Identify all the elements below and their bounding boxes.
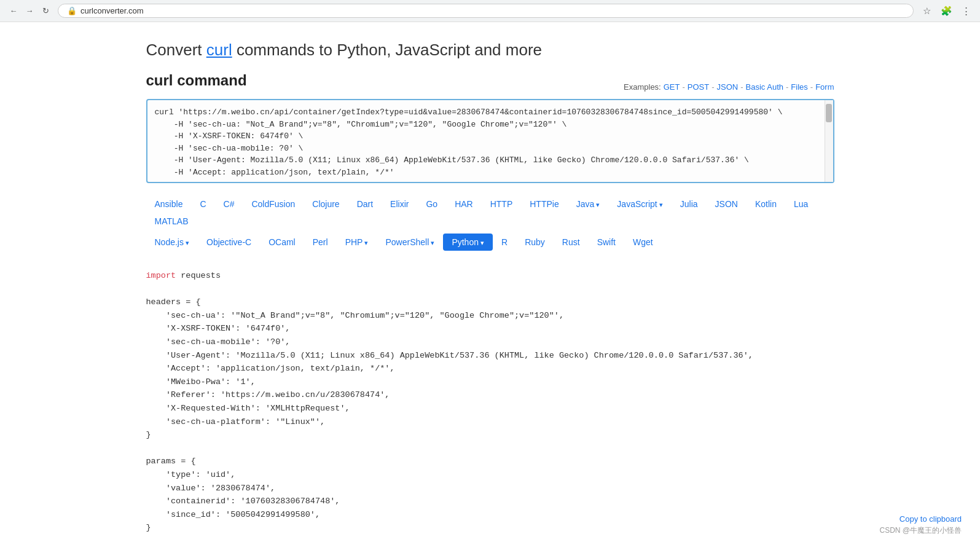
language-nav-row1: Ansible C C# ColdFusion Clojure Dart Eli… [146,195,834,230]
example-form[interactable]: Form [815,82,834,92]
copy-to-clipboard-button[interactable]: Copy to clipboard [900,514,962,524]
curl-input-container: curl 'https://m.weibo.cn/api/container/g… [146,99,834,183]
lang-rust[interactable]: Rust [554,234,589,251]
example-json[interactable]: JSON [717,82,739,92]
page-title: Convert curl commands to Python, JavaScr… [146,41,834,60]
lang-dart[interactable]: Dart [348,195,382,213]
example-basic-auth[interactable]: Basic Auth [746,82,783,92]
page-content: Convert curl commands to Python, JavaScr… [122,22,859,542]
examples-label: Examples: [624,82,661,92]
lang-ansible[interactable]: Ansible [146,195,192,213]
lang-httpie[interactable]: HTTPie [521,195,567,213]
bookmark-icon[interactable]: ☆ [920,4,933,18]
lang-powershell[interactable]: PowerShell [377,234,444,251]
lang-wget[interactable]: Wget [624,234,662,251]
lang-go[interactable]: Go [417,195,446,213]
scrollbar-thumb [826,104,832,122]
browser-chrome: ← → ↻ 🔒 curlconverter.com ☆ 🧩 ⋮ [0,0,980,22]
lang-kotlin[interactable]: Kotlin [747,195,785,213]
nav-buttons: ← → ↻ [7,5,52,17]
lang-python[interactable]: Python [443,234,493,251]
address-bar[interactable]: 🔒 curlconverter.com [58,4,914,18]
language-nav-row2: Node.js Objective-C OCaml Perl PHP Power… [146,234,834,251]
lang-clojure[interactable]: Clojure [304,195,348,213]
example-get[interactable]: GET [664,82,680,92]
code-output: import requests headers = { 'sec-ch-ua':… [146,263,834,542]
lang-http[interactable]: HTTP [482,195,522,213]
lang-matlab[interactable]: MATLAB [146,213,197,230]
lang-lua[interactable]: Lua [785,195,817,213]
lang-elixir[interactable]: Elixir [382,195,417,213]
lock-icon: 🔒 [67,6,77,15]
example-post[interactable]: POST [688,82,709,92]
back-button[interactable]: ← [7,5,20,17]
section-title: curl command [146,72,247,89]
title-prefix: Convert [146,41,206,59]
lang-ocaml[interactable]: OCaml [260,234,304,251]
scrollbar[interactable] [825,100,833,182]
lang-nodejs[interactable]: Node.js [146,234,198,251]
curl-textarea[interactable]: curl 'https://m.weibo.cn/api/container/g… [147,100,833,180]
examples-row: Examples: GET - POST - JSON - Basic Auth… [624,82,834,92]
lang-c[interactable]: C [191,195,214,213]
curl-link[interactable]: curl [206,41,232,59]
example-files[interactable]: Files [791,82,807,92]
lang-perl[interactable]: Perl [304,234,337,251]
lang-ruby[interactable]: Ruby [516,234,554,251]
lang-swift[interactable]: Swift [589,234,624,251]
lang-java[interactable]: Java [568,195,609,213]
watermark-text: CSDN @牛魔王的小怪兽 [879,525,962,536]
lang-json[interactable]: JSON [707,195,747,213]
extensions-icon[interactable]: 🧩 [939,4,953,18]
lang-objc[interactable]: Objective-C [198,234,260,251]
lang-php[interactable]: PHP [337,234,377,251]
lang-har[interactable]: HAR [446,195,482,213]
title-suffix: commands to Python, JavaScript and more [232,41,542,59]
browser-actions: ☆ 🧩 ⋮ [920,4,973,18]
forward-button[interactable]: → [23,5,36,17]
reload-button[interactable]: ↻ [39,5,52,17]
lang-julia[interactable]: Julia [672,195,707,213]
lang-r[interactable]: R [493,234,516,251]
lang-javascript[interactable]: JavaScript [608,195,671,213]
lang-csharp[interactable]: C# [215,195,243,213]
url-text: curlconverter.com [80,6,144,15]
menu-icon[interactable]: ⋮ [959,4,973,18]
lang-coldfusion[interactable]: ColdFusion [243,195,304,213]
